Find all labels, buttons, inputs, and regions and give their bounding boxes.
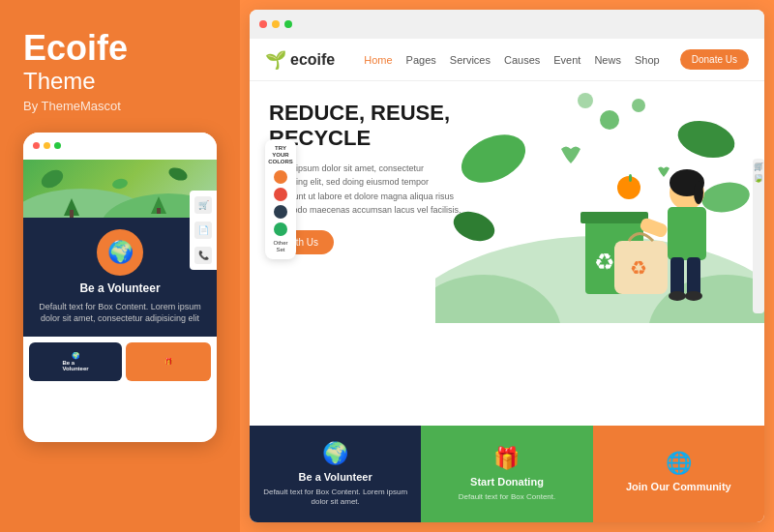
brand-subtitle: Theme	[23, 68, 217, 95]
svg-point-16	[600, 110, 619, 130]
mobile-mockup: 🌍 Be a Volunteer Default text for Box Co…	[23, 133, 217, 442]
donate-button[interactable]: Donate Us	[680, 49, 749, 70]
svg-point-13	[673, 115, 738, 163]
svg-point-2	[39, 166, 67, 192]
browser-dot-green	[284, 20, 292, 28]
donate-title: Start Donating	[470, 476, 544, 488]
community-icon: 🌐	[666, 451, 692, 476]
volunteer-icon: 🌍	[322, 441, 348, 466]
left-panel: Ecoife Theme By ThemeMascot	[0, 0, 240, 532]
hero-section: REDUCE, REUSE, RECYCLE Lorem ipsum dolor…	[250, 81, 764, 426]
sidebar-icon-doc: 📄	[194, 222, 212, 239]
mobile-volunteer-title: Be a Volunteer	[79, 281, 160, 295]
color-swatch-green[interactable]	[274, 222, 287, 236]
mobile-dot-red	[33, 142, 40, 149]
sidebar-icon-cart: 🛒	[194, 196, 212, 214]
mobile-dot-green	[54, 142, 61, 149]
volunteer-title: Be a Volunteer	[299, 471, 372, 483]
svg-point-3	[167, 165, 190, 183]
mobile-volunteer-icon: 🌍	[97, 229, 143, 276]
svg-point-17	[632, 99, 645, 112]
svg-point-18	[578, 93, 593, 108]
donate-text: Default text for Box Content.	[459, 492, 556, 502]
bottom-card-community: 🌐 Join Our Community	[593, 426, 764, 522]
sidebar-leaf-icon: 🍃	[755, 174, 762, 182]
nav-links: Home Pages Services Causes Event News Sh…	[364, 54, 661, 66]
color-swatch-orange[interactable]	[274, 170, 287, 184]
nav-link-event[interactable]: Event	[553, 54, 580, 66]
mobile-card-volunteer: 🌍Be aVolunteer	[29, 342, 122, 381]
browser-dot-red	[259, 20, 267, 28]
color-picker-label: TRYYOURCOLORS	[268, 145, 293, 166]
svg-point-14	[700, 179, 752, 216]
mobile-top-bar	[23, 133, 217, 160]
svg-rect-6	[70, 210, 74, 218]
hero-illustration: ♻	[435, 81, 764, 323]
svg-rect-27	[687, 257, 700, 296]
svg-point-24	[694, 181, 703, 204]
mobile-bottom-cards: 🌍Be aVolunteer 🎁	[23, 337, 217, 387]
nav-link-services[interactable]: Services	[450, 54, 491, 66]
svg-text:♻: ♻	[630, 257, 647, 279]
sidebar-cart-icon: 🛒	[755, 163, 762, 170]
sidebar-icon-phone: 📞	[194, 247, 212, 264]
bottom-cards: 🌍 Be a Volunteer Default text for Box Co…	[250, 426, 764, 522]
svg-point-4	[111, 177, 128, 190]
mobile-dot-yellow	[44, 142, 50, 149]
mobile-volunteer-text: Default text for Box Content. Lorem ipsu…	[35, 301, 205, 325]
browser-window: 🌱 ecoife Home Pages Services Causes Even…	[250, 10, 764, 522]
bottom-card-donate: 🎁 Start Donating Default text for Box Co…	[421, 426, 592, 522]
nav-link-causes[interactable]: Causes	[504, 54, 540, 66]
mobile-card-donate: 🎁	[126, 342, 211, 381]
community-title: Join Our Community	[626, 481, 731, 492]
logo-leaf-icon: 🌱	[265, 49, 286, 71]
svg-rect-8	[157, 208, 161, 214]
svg-rect-20	[580, 212, 648, 223]
browser-dot-yellow	[272, 20, 280, 28]
browser-scrollbar-area: 🛒 🍃	[753, 159, 764, 313]
browser-nav: 🌱 ecoife Home Pages Services Causes Even…	[250, 39, 764, 81]
svg-point-28	[669, 291, 686, 301]
svg-point-29	[685, 291, 702, 301]
right-panel: 🌱 ecoife Home Pages Services Causes Even…	[240, 0, 774, 532]
svg-rect-34	[629, 174, 632, 182]
nav-link-pages[interactable]: Pages	[406, 54, 436, 66]
mobile-hero	[23, 160, 217, 218]
mobile-content-area: 🌍 Be a Volunteer Default text for Box Co…	[23, 218, 217, 337]
color-picker-panel: TRYYOURCOLORS OtherSet	[265, 139, 296, 259]
color-other-label: OtherSet	[273, 240, 287, 253]
color-swatch-dark[interactable]	[274, 205, 287, 219]
hero-right: ♻	[481, 81, 764, 426]
brand-by: By ThemeMascot	[23, 99, 217, 113]
svg-text:♻: ♻	[594, 249, 615, 275]
hero-title: REDUCE, REUSE, RECYCLE	[269, 101, 461, 152]
nav-link-home[interactable]: Home	[364, 54, 392, 66]
nav-logo-text: ecoife	[290, 51, 335, 69]
donate-icon: 🎁	[493, 446, 520, 471]
brand-title: Ecoife	[23, 29, 217, 68]
bottom-card-volunteer: 🌍 Be a Volunteer Default text for Box Co…	[250, 426, 421, 522]
mobile-hero-svg	[23, 160, 217, 218]
nav-logo: 🌱 ecoife	[265, 49, 335, 71]
nav-link-news[interactable]: News	[594, 54, 621, 66]
svg-rect-25	[668, 207, 706, 260]
nav-link-shop[interactable]: Shop	[635, 54, 660, 66]
browser-topbar	[250, 10, 764, 39]
svg-rect-26	[670, 257, 684, 296]
color-swatch-red[interactable]	[274, 188, 287, 201]
mobile-sidebar-icons: 🛒 📄 📞	[190, 191, 217, 270]
hero-text: Lorem ipsum dolor sit amet, consectetur …	[269, 162, 461, 218]
volunteer-text: Default text for Box Content. Lorem ipsu…	[259, 488, 411, 508]
